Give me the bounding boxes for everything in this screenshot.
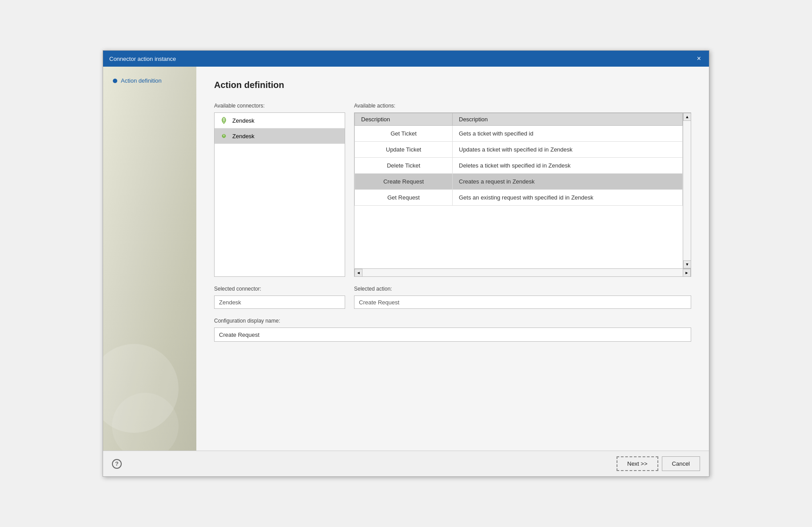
scroll-track [683,121,691,260]
footer-buttons: Next >> Cancel [617,456,700,471]
selected-connector-group: Selected connector: [214,286,345,309]
connectors-panel: Available connectors: Zendesk [214,103,345,277]
action-desc-delete-ticket: Deletes a ticket with specified id in Ze… [453,158,683,174]
available-connectors-label: Available connectors: [214,103,345,109]
page-title: Action definition [214,80,691,90]
dialog-footer: ? Next >> Cancel [103,451,709,476]
connector-item-zendesk-1[interactable]: Zendesk [215,113,345,128]
actions-table: Description Description Get Ticket Gets … [354,113,683,206]
action-desc-get-ticket: Gets a ticket with specified id [453,126,683,142]
selected-connector-label: Selected connector: [214,286,345,292]
cancel-button[interactable]: Cancel [662,456,700,471]
selected-connector-input[interactable] [214,295,345,309]
dialog: Connector action instance × Action defin… [103,50,709,477]
zendesk-icon-1 [220,116,228,124]
config-name-row: Configuration display name: [214,318,691,342]
horiz-scroll-track [362,269,683,276]
next-button[interactable]: Next >> [617,456,658,471]
help-button[interactable]: ? [112,459,122,469]
action-desc-get-request: Gets an existing request with specified … [453,190,683,206]
scroll-up-button[interactable]: ▲ [683,113,691,121]
zendesk-icon-2 [220,132,228,140]
sidebar: Action definition [103,67,196,451]
sidebar-item-action-definition[interactable]: Action definition [110,76,189,86]
available-actions-label: Available actions: [354,103,691,109]
dialog-body: Action definition Action definition Avai… [103,67,709,451]
table-area: Description Description Get Ticket Gets … [354,113,683,268]
action-name-create-request: Create Request [355,174,453,190]
action-row-delete-ticket[interactable]: Delete Ticket Deletes a ticket with spec… [355,158,683,174]
connector-item-zendesk-2[interactable]: Zendesk [215,128,345,144]
selected-action-input[interactable] [354,295,691,309]
scroll-left-button[interactable]: ◄ [354,269,362,277]
two-columns-area: Available connectors: Zendesk [214,103,691,277]
main-content: Action definition Available connectors: [196,67,709,451]
actions-table-container: Description Description Get Ticket Gets … [354,112,691,277]
horizontal-scrollbar: ◄ ► [354,268,691,276]
action-name-update-ticket: Update Ticket [355,142,453,158]
col-header-desc: Description [453,113,683,126]
connector-name-1: Zendesk [232,117,255,124]
dialog-title: Connector action instance [109,56,176,62]
action-name-delete-ticket: Delete Ticket [355,158,453,174]
config-display-name-label: Configuration display name: [214,318,691,324]
action-desc-create-request: Creates a request in Zendesk [453,174,683,190]
action-row-get-request[interactable]: Get Request Gets an existing request wit… [355,190,683,206]
action-desc-update-ticket: Updates a ticket with specified id in Ze… [453,142,683,158]
action-row-get-ticket[interactable]: Get Ticket Gets a ticket with specified … [355,126,683,142]
title-bar: Connector action instance × [103,51,709,67]
action-row-update-ticket[interactable]: Update Ticket Updates a ticket with spec… [355,142,683,158]
selected-action-group: Selected action: [354,286,691,309]
actions-panel: Available actions: Description Descripti… [354,103,691,277]
connector-list: Zendesk Zendesk [214,112,345,277]
config-display-name-input[interactable] [214,327,691,342]
selected-action-label: Selected action: [354,286,691,292]
selected-fields-row: Selected connector: Selected action: [214,286,691,309]
sidebar-dot-icon [113,79,117,83]
connector-name-2: Zendesk [232,133,255,140]
action-name-get-request: Get Request [355,190,453,206]
action-row-create-request[interactable]: Create Request Creates a request in Zend… [355,174,683,190]
col-header-name: Description [355,113,453,126]
action-name-get-ticket: Get Ticket [355,126,453,142]
vertical-scrollbar: ▲ ▼ [683,113,691,268]
scroll-down-button[interactable]: ▼ [683,260,691,268]
sidebar-item-label: Action definition [121,77,162,84]
close-button[interactable]: × [695,54,703,63]
scroll-right-button[interactable]: ► [683,269,691,277]
